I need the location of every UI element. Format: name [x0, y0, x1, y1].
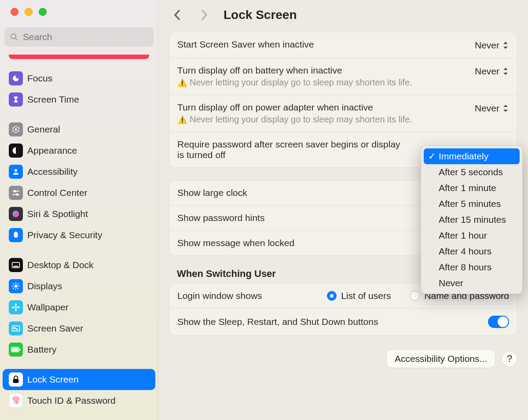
svg-point-12	[15, 285, 18, 288]
sidebar-item-general[interactable]: General	[3, 119, 155, 140]
sidebar-item-label: Lock Screen	[27, 374, 79, 385]
contrast-icon	[9, 144, 23, 158]
sidebar-item-label: Battery	[27, 344, 57, 355]
hand-icon	[9, 228, 23, 242]
sidebar-item-label: Appearance	[27, 145, 77, 156]
svg-line-19	[18, 284, 18, 284]
sidebar-item-desktop-dock[interactable]: Desktop & Dock	[3, 254, 155, 276]
svg-point-22	[15, 303, 17, 306]
svg-rect-30	[12, 348, 18, 351]
chevron-updown-icon	[502, 41, 509, 49]
setting-show-sleep-buttons: Show the Sleep, Restart, and Shut Down b…	[169, 309, 517, 335]
gear-icon	[9, 122, 23, 136]
lock-icon	[9, 372, 23, 387]
siri-icon	[9, 207, 23, 221]
sidebar-item-label: Wallpaper	[27, 302, 69, 313]
svg-line-18	[18, 288, 18, 289]
hourglass-icon	[9, 92, 23, 107]
sidebar-item-screen-saver[interactable]: Screen Saver	[3, 318, 155, 339]
sidebar-item-control-center[interactable]: Control Center	[3, 182, 155, 203]
svg-rect-11	[13, 266, 18, 267]
setting-label: Show the Sleep, Restart, and Shut Down b…	[177, 317, 480, 327]
screensaver-popup[interactable]: Never	[475, 39, 509, 51]
menu-option[interactable]: After 8 hours	[424, 259, 520, 275]
sidebar-item-lock-screen[interactable]: Lock Screen	[3, 369, 155, 390]
search-icon	[10, 33, 18, 41]
sidebar-item-label: Screen Time	[27, 94, 79, 105]
power-popup[interactable]: Never	[475, 102, 509, 114]
svg-point-8	[16, 194, 18, 195]
screensaver-icon	[9, 321, 23, 335]
accessibility-options-button[interactable]: Accessibility Options...	[386, 350, 495, 368]
sidebar-item-battery[interactable]: Battery	[3, 339, 155, 360]
fingerprint-icon	[9, 394, 23, 408]
toolbar: Lock Screen	[158, 0, 528, 29]
sidebar-item-siri-spotlight[interactable]: Siri & Spotlight	[3, 203, 155, 225]
main-content: Lock Screen Start Screen Saver when inac…	[158, 0, 528, 420]
radio-icon	[327, 291, 337, 301]
menu-option[interactable]: After 5 minutes	[424, 196, 520, 212]
setting-label: Turn display off on battery when inactiv…	[177, 65, 467, 76]
dock-icon	[9, 258, 23, 272]
menu-option[interactable]: After 1 minute	[424, 180, 520, 196]
sidebar-item-displays[interactable]: Displays	[3, 276, 155, 297]
sidebar-item-appearance[interactable]: Appearance	[3, 140, 155, 161]
svg-line-1	[15, 38, 18, 41]
menu-option[interactable]: After 5 seconds	[424, 164, 520, 180]
sidebar-item-label: Touch ID & Password	[27, 395, 116, 406]
back-button[interactable]	[171, 8, 185, 22]
zoom-window-button[interactable]	[39, 8, 47, 16]
sidebar-item-label: Siri & Spotlight	[27, 208, 88, 219]
sliders-icon	[9, 186, 23, 200]
svg-line-17	[13, 284, 14, 284]
svg-point-27	[14, 328, 15, 329]
svg-line-20	[13, 288, 14, 289]
brightness-icon	[9, 279, 23, 293]
svg-rect-26	[12, 326, 20, 331]
sidebar-item-wallpaper[interactable]: Wallpaper	[3, 297, 155, 318]
menu-option[interactable]: After 1 hour	[424, 228, 520, 243]
chevron-updown-icon	[502, 104, 509, 112]
search-input[interactable]	[22, 31, 148, 43]
svg-point-28	[16, 328, 17, 330]
radio-icon	[410, 291, 420, 301]
radio-list-of-users[interactable]: List of users	[327, 291, 391, 301]
sidebar-item-label: Focus	[27, 73, 52, 84]
menu-option[interactable]: After 15 minutes	[424, 212, 520, 228]
sidebar-item-privacy-security[interactable]: Privacy & Security	[3, 225, 155, 246]
forward-button[interactable]	[197, 8, 211, 22]
sidebar-item-label: Control Center	[27, 187, 88, 198]
sidebar-item-screen-time[interactable]: Screen Time	[3, 89, 155, 110]
svg-point-7	[14, 190, 16, 192]
menu-option[interactable]: Never	[424, 275, 520, 291]
svg-rect-32	[13, 379, 19, 383]
require-password-menu[interactable]: ImmediatelyAfter 5 secondsAfter 1 minute…	[421, 145, 523, 294]
flower-icon	[9, 300, 23, 314]
window-controls	[0, 8, 158, 16]
svg-rect-31	[19, 348, 21, 350]
svg-point-4	[15, 169, 17, 172]
sidebar-item-touch-id[interactable]: Touch ID & Password	[3, 390, 155, 411]
menu-option[interactable]: Immediately	[424, 148, 520, 164]
sidebar-item-partial[interactable]	[9, 55, 149, 59]
setting-label: Start Screen Saver when inactive	[177, 39, 467, 50]
sleep-buttons-toggle[interactable]	[488, 316, 509, 328]
setting-label: Turn display off on power adapter when i…	[177, 102, 467, 113]
minimize-window-button[interactable]	[25, 8, 33, 16]
page-title: Lock Screen	[224, 8, 297, 22]
setting-label: Require password after screen saver begi…	[177, 139, 406, 160]
setting-power-display: Turn display off on power adapter when i…	[169, 95, 517, 132]
sidebar-item-label: Desktop & Dock	[27, 259, 94, 270]
chevron-updown-icon	[502, 67, 509, 75]
help-button[interactable]: ?	[502, 351, 517, 367]
warning-icon: ⚠️	[177, 78, 187, 88]
sidebar-item-focus[interactable]: Focus	[3, 68, 155, 89]
close-window-button[interactable]	[11, 8, 18, 16]
sidebar-item-accessibility[interactable]: Accessibility	[3, 161, 155, 182]
sidebar-item-label: Privacy & Security	[27, 229, 102, 240]
svg-point-9	[13, 211, 19, 217]
menu-option[interactable]: After 4 hours	[424, 243, 520, 259]
svg-point-24	[12, 306, 15, 308]
battery-popup[interactable]: Never	[475, 65, 509, 77]
search-field[interactable]	[4, 27, 154, 47]
